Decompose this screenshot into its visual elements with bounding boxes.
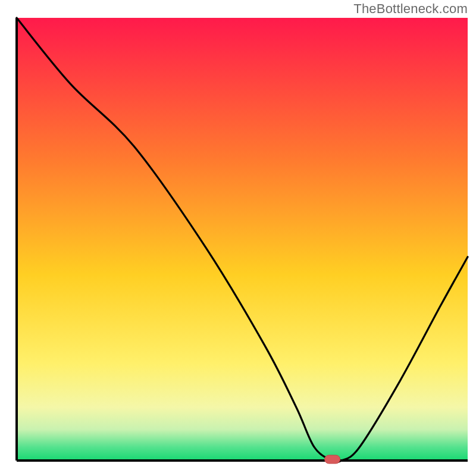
chart-container: { "watermark": "TheBottleneck.com", "col… <box>0 0 476 476</box>
plot-background <box>17 18 468 461</box>
optimal-marker <box>325 455 340 464</box>
bottleneck-chart <box>0 0 476 476</box>
